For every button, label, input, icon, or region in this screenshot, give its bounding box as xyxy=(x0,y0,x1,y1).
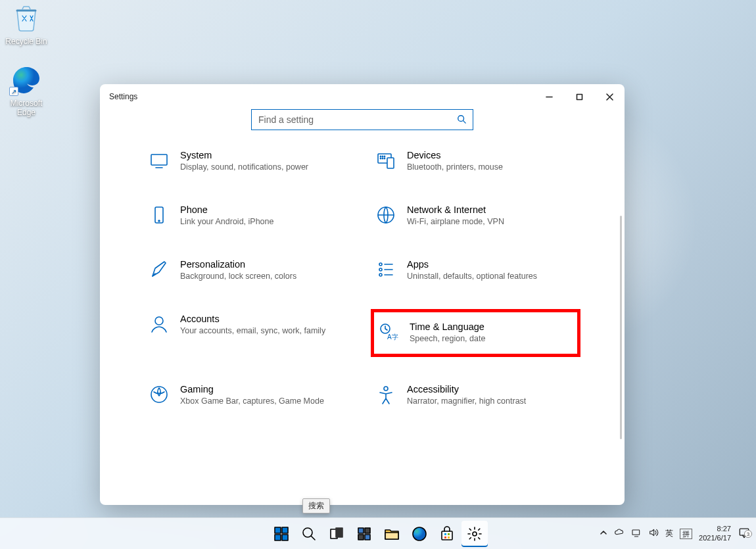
maximize-button[interactable] xyxy=(564,84,594,109)
svg-point-7 xyxy=(384,156,385,156)
category-title: Accessibility xyxy=(407,384,526,394)
svg-rect-35 xyxy=(442,531,452,540)
category-title: Accounts xyxy=(180,314,325,324)
svg-rect-24 xyxy=(275,535,281,540)
svg-rect-41 xyxy=(632,530,640,535)
search-tooltip: 搜索 xyxy=(302,498,330,513)
accessibility-icon xyxy=(375,384,396,405)
category-phone[interactable]: PhoneLink your Android, iPhone xyxy=(146,202,352,230)
svg-rect-4 xyxy=(387,158,394,168)
svg-rect-30 xyxy=(365,528,370,533)
svg-rect-37 xyxy=(448,533,450,535)
search-input[interactable] xyxy=(258,114,457,125)
store-button[interactable] xyxy=(434,521,460,547)
minimize-button[interactable] xyxy=(534,84,564,109)
svg-rect-33 xyxy=(385,533,398,539)
category-title: Personalization xyxy=(180,259,296,270)
gaming-icon xyxy=(149,384,170,405)
category-desc: Speech, region, date xyxy=(410,333,485,345)
search-box[interactable] xyxy=(251,109,473,130)
devices-icon xyxy=(375,150,396,171)
edge-button[interactable] xyxy=(406,521,433,547)
svg-point-17 xyxy=(155,317,163,325)
category-title: Network & Internet xyxy=(407,204,504,215)
category-desc: Your accounts, email, sync, work, family xyxy=(180,325,325,337)
svg-rect-39 xyxy=(448,537,450,538)
svg-rect-25 xyxy=(282,535,288,540)
category-apps[interactable]: AppsUninstall, defaults, optional featur… xyxy=(373,256,579,285)
category-desc: Bluetooth, printers, mouse xyxy=(407,162,503,173)
category-gaming[interactable]: GamingXbox Game Bar, captures, Game Mode xyxy=(146,381,352,410)
ime-language[interactable]: 英 xyxy=(665,528,673,539)
category-title: System xyxy=(180,150,308,160)
svg-point-15 xyxy=(379,268,382,271)
category-title: Phone xyxy=(180,204,273,215)
edge-label: Microsoft Edge xyxy=(0,99,53,117)
volume-icon[interactable] xyxy=(648,527,659,540)
edge-desktop-icon[interactable]: ↗ Microsoft Edge xyxy=(0,64,53,117)
onedrive-icon[interactable] xyxy=(614,527,625,540)
network-tray-icon[interactable] xyxy=(631,527,642,540)
category-system[interactable]: SystemDisplay, sound, notifications, pow… xyxy=(146,147,352,176)
settings-content[interactable]: SystemDisplay, sound, notifications, pow… xyxy=(100,147,625,505)
svg-point-34 xyxy=(413,527,426,540)
svg-point-16 xyxy=(379,274,382,276)
start-button[interactable] xyxy=(268,521,295,547)
taskbar: 英 拼 8:27 2021/6/17 3 xyxy=(0,517,756,549)
svg-rect-32 xyxy=(365,535,370,540)
scrollbar[interactable] xyxy=(620,216,622,439)
clock-date: 2021/6/17 xyxy=(699,534,731,543)
category-desc: Narrator, magnifier, high contrast xyxy=(407,396,526,407)
notifications-button[interactable]: 3 xyxy=(738,523,751,544)
shortcut-arrow-icon: ↗ xyxy=(9,87,18,96)
svg-rect-29 xyxy=(358,528,364,533)
clock[interactable]: 8:27 2021/6/17 xyxy=(699,525,731,543)
svg-point-21 xyxy=(384,387,388,391)
category-title: Devices xyxy=(407,150,503,160)
svg-point-12 xyxy=(158,220,160,222)
search-icon xyxy=(457,114,466,126)
svg-point-8 xyxy=(380,158,381,158)
recycle-bin-label: Recycle Bin xyxy=(0,37,53,46)
svg-point-20 xyxy=(151,387,167,402)
apps-icon xyxy=(375,259,396,280)
titlebar[interactable]: Settings xyxy=(100,84,625,109)
settings-button[interactable] xyxy=(461,521,488,547)
recycle-bin-desktop-icon[interactable]: Recycle Bin xyxy=(0,3,53,46)
ime-mode[interactable]: 拼 xyxy=(680,529,692,539)
category-time-language[interactable]: A字 Time & LanguageSpeech, region, date xyxy=(373,311,579,355)
svg-rect-38 xyxy=(444,537,446,538)
category-grid: SystemDisplay, sound, notifications, pow… xyxy=(146,147,579,429)
close-button[interactable] xyxy=(594,84,625,109)
svg-point-6 xyxy=(382,156,383,156)
svg-rect-2 xyxy=(151,155,167,165)
category-desc: Wi-Fi, airplane mode, VPN xyxy=(407,216,504,227)
category-title: Gaming xyxy=(180,384,324,394)
svg-rect-31 xyxy=(358,535,364,540)
category-network[interactable]: Network & InternetWi-Fi, airplane mode, … xyxy=(373,202,579,230)
svg-rect-36 xyxy=(444,533,446,535)
category-accounts[interactable]: AccountsYour accounts, email, sync, work… xyxy=(146,311,352,355)
accounts-icon xyxy=(149,314,170,335)
category-desc: Link your Android, iPhone xyxy=(180,216,273,227)
category-personalization[interactable]: PersonalizationBackground, lock screen, … xyxy=(146,256,352,285)
personalization-icon xyxy=(149,259,170,280)
category-title: Apps xyxy=(407,259,537,270)
settings-window: Settings SystemDisplay, sound, notificat… xyxy=(100,84,625,505)
search-button[interactable] xyxy=(296,521,322,547)
svg-point-14 xyxy=(379,263,382,266)
svg-rect-28 xyxy=(336,528,343,537)
category-devices[interactable]: DevicesBluetooth, printers, mouse xyxy=(373,147,579,176)
system-icon xyxy=(149,150,170,171)
window-title: Settings xyxy=(109,92,137,101)
tray-chevron-icon[interactable] xyxy=(600,529,607,538)
svg-point-9 xyxy=(382,158,383,158)
category-accessibility[interactable]: AccessibilityNarrator, magnifier, high c… xyxy=(373,381,579,410)
system-tray[interactable]: 英 拼 8:27 2021/6/17 3 xyxy=(600,523,751,544)
task-view-button[interactable] xyxy=(323,521,350,547)
network-icon xyxy=(375,204,396,226)
widgets-button[interactable] xyxy=(351,521,377,547)
svg-point-40 xyxy=(473,532,477,536)
svg-point-10 xyxy=(384,158,385,158)
file-explorer-button[interactable] xyxy=(379,521,405,547)
